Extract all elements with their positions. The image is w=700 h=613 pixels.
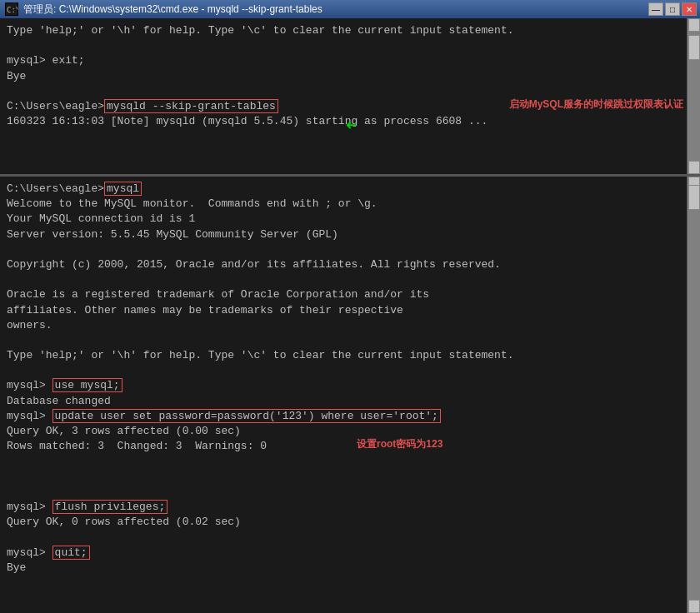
bot-line-5: [7, 242, 693, 257]
title-bar: C:\ 管理员: C:\Windows\system32\cmd.exe - m…: [0, 0, 700, 18]
top-line-2: [7, 38, 693, 53]
scrollbar-up-btn[interactable]: ▲: [688, 18, 700, 32]
bot-line-15: Database changed: [7, 394, 693, 409]
cmd-top-panel[interactable]: Type 'help;' or '\h' for help. Type '\c'…: [0, 18, 700, 177]
highlight-flush: flush privileges;: [52, 500, 168, 514]
green-arrow-icon: ➜: [346, 110, 357, 136]
window-title: 管理员: C:\Windows\system32\cmd.exe - mysql…: [23, 2, 322, 17]
bot-line-3: Your MySQL connection id is 1: [7, 212, 693, 227]
bot-line-24: Bye: [7, 561, 693, 576]
bot-line-1: C:\Users\eagle>mysql: [7, 182, 693, 197]
content-area: Type 'help;' or '\h' for help. Type '\c'…: [0, 18, 700, 613]
bot-line-2: Welcome to the MySQL monitor. Commands e…: [7, 197, 693, 212]
bot-line-4: Server version: 5.5.45 MySQL Community S…: [7, 227, 693, 242]
bot-line-19: [7, 485, 693, 500]
cmd-icon: C:\: [5, 2, 18, 16]
bot-line-17: Query OK, 3 rows affected (0.00 sec): [7, 424, 693, 439]
scrollbar-down-btn[interactable]: ▼: [688, 161, 700, 174]
bot-line-11: [7, 333, 693, 348]
title-buttons: — □ ✕: [648, 2, 697, 16]
bot-line-7: [7, 272, 693, 287]
highlight-quit: quit;: [52, 546, 90, 560]
bot-line-23: mysql> quit;: [7, 546, 693, 561]
top-line-3: mysql> exit;: [7, 53, 693, 68]
bottom-scrollbar-thumb[interactable]: [688, 185, 700, 210]
bot-line-12: Type 'help;' or '\h' for help. Type '\c'…: [7, 348, 693, 363]
bot-line-18: Rows matched: 3 Changed: 3 Warnings: 0 设…: [7, 439, 693, 485]
bot-line-22: [7, 530, 693, 545]
minimize-button[interactable]: —: [648, 2, 663, 16]
top-line-4: Bye: [7, 69, 693, 84]
bottom-scrollbar-down-btn[interactable]: ▼: [688, 600, 700, 613]
window-container: C:\ 管理员: C:\Windows\system32\cmd.exe - m…: [0, 0, 700, 613]
scrollbar-thumb[interactable]: [688, 35, 700, 60]
bot-line-14: mysql> use mysql;: [7, 378, 693, 393]
title-bar-left: C:\ 管理员: C:\Windows\system32\cmd.exe - m…: [5, 2, 322, 17]
top-line-1: Type 'help;' or '\h' for help. Type '\c'…: [7, 23, 693, 38]
bot-line-13: [7, 363, 693, 378]
top-annotation: 启动MySQL服务的时候跳过权限表认证: [509, 97, 683, 112]
highlight-mysql-cmd: mysql: [104, 182, 142, 196]
bot-line-21: Query OK, 0 rows affected (0.02 sec): [7, 515, 693, 530]
highlight-skip-grant: mysqld --skip-grant-tables: [104, 99, 278, 113]
bot-line-20: mysql> flush privileges;: [7, 500, 693, 515]
maximize-button[interactable]: □: [665, 2, 680, 16]
close-button[interactable]: ✕: [682, 2, 697, 16]
highlight-use-mysql: use mysql;: [52, 378, 122, 392]
bot-line-8: Oracle is a registered trademark of Orac…: [7, 287, 693, 302]
bot-line-16: mysql> update user set password=password…: [7, 409, 693, 424]
cmd-bottom-panel[interactable]: C:\Users\eagle>mysql Welcome to the MySQ…: [0, 177, 700, 613]
bottom-scrollbar[interactable]: ▲ ▼: [687, 177, 700, 613]
highlight-update: update user set password=password('123')…: [52, 409, 441, 423]
bottom-annotation: 设置root密码为123: [357, 437, 442, 451]
top-scrollbar[interactable]: ▲ ▼: [687, 18, 700, 174]
bot-line-9: affiliates. Other names may be trademark…: [7, 303, 693, 318]
svg-text:C:\: C:\: [7, 6, 18, 14]
bot-line-6: Copyright (c) 2000, 2015, Oracle and/or …: [7, 257, 693, 272]
bot-line-10: owners.: [7, 318, 693, 333]
